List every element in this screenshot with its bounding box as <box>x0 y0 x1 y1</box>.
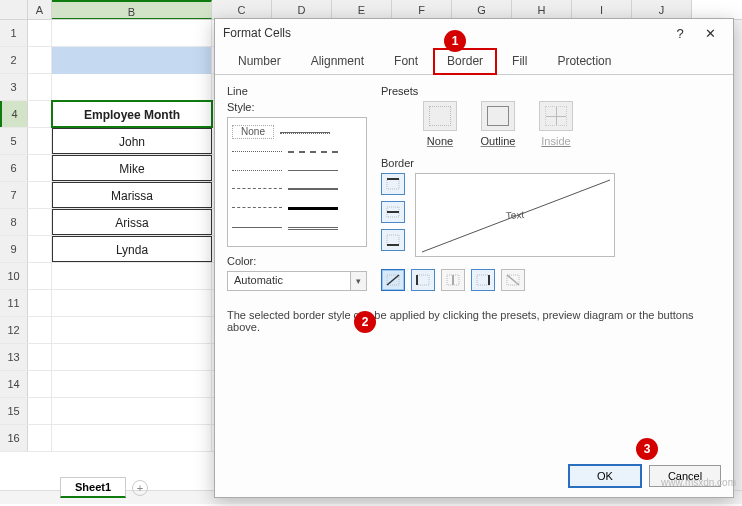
cell-B2[interactable] <box>52 47 212 74</box>
cell-B12[interactable] <box>52 317 212 343</box>
new-sheet-button[interactable]: + <box>132 480 148 496</box>
close-button[interactable]: ✕ <box>695 26 725 41</box>
cell-B15[interactable] <box>52 398 212 424</box>
color-dropdown[interactable]: Automatic ▾ <box>227 271 367 291</box>
border-diagonal-down-button[interactable] <box>501 269 525 291</box>
help-button[interactable]: ? <box>665 26 695 41</box>
row-3[interactable]: 3 <box>0 74 28 100</box>
row-7[interactable]: 7 <box>0 182 28 208</box>
style-hair[interactable] <box>280 132 330 134</box>
cell-A9[interactable] <box>28 236 52 262</box>
style-dotted[interactable] <box>232 151 282 152</box>
border-middle-h-button[interactable] <box>381 201 405 223</box>
style-thin2[interactable] <box>232 227 282 228</box>
border-left-button[interactable] <box>411 269 435 291</box>
preset-outline[interactable]: Outline <box>473 101 523 147</box>
callout-1: 1 <box>444 30 466 52</box>
cell-A3[interactable] <box>28 74 52 100</box>
tab-number[interactable]: Number <box>223 47 296 74</box>
tab-sheet1[interactable]: Sheet1 <box>60 477 126 498</box>
select-all-corner[interactable] <box>0 0 28 19</box>
cell-B4[interactable]: Employee Month <box>52 101 212 127</box>
style-dashed2[interactable] <box>232 207 282 208</box>
col-A[interactable]: A <box>28 0 52 19</box>
cell-A5[interactable] <box>28 128 52 154</box>
col-I[interactable]: I <box>572 0 632 19</box>
cell-A16[interactable] <box>28 425 52 451</box>
sheet-tabs: Sheet1 + <box>60 477 148 498</box>
preset-inside[interactable]: Inside <box>531 101 581 147</box>
tab-border[interactable]: Border <box>433 48 497 75</box>
col-C[interactable]: C <box>212 0 272 19</box>
cell-B14[interactable] <box>52 371 212 397</box>
row-5[interactable]: 5 <box>0 128 28 154</box>
row-14[interactable]: 14 <box>0 371 28 397</box>
cell-B5[interactable]: John <box>52 128 212 154</box>
style-thick[interactable] <box>288 207 338 210</box>
cell-A15[interactable] <box>28 398 52 424</box>
cell-A11[interactable] <box>28 290 52 316</box>
cell-B9[interactable]: Lynda <box>52 236 212 262</box>
tab-font[interactable]: Font <box>379 47 433 74</box>
col-J[interactable]: J <box>632 0 692 19</box>
cell-A12[interactable] <box>28 317 52 343</box>
cell-B7[interactable]: Marissa <box>52 182 212 208</box>
tab-protection[interactable]: Protection <box>542 47 626 74</box>
row-9[interactable]: 9 <box>0 236 28 262</box>
cell-B13[interactable] <box>52 344 212 370</box>
border-preview[interactable]: Text <box>415 173 615 257</box>
cell-A14[interactable] <box>28 371 52 397</box>
row-6[interactable]: 6 <box>0 155 28 181</box>
row-11[interactable]: 11 <box>0 290 28 316</box>
cell-A1[interactable] <box>28 20 52 46</box>
row-8[interactable]: 8 <box>0 209 28 235</box>
cell-B3[interactable] <box>52 74 212 100</box>
border-middle-v-button[interactable] <box>441 269 465 291</box>
row-4[interactable]: 4 <box>0 101 28 127</box>
border-top-button[interactable] <box>381 173 405 195</box>
border-right-button[interactable] <box>471 269 495 291</box>
preset-none[interactable]: None <box>415 101 465 147</box>
style-none[interactable]: None <box>232 125 274 139</box>
row-16[interactable]: 16 <box>0 425 28 451</box>
cell-A6[interactable] <box>28 155 52 181</box>
cell-A10[interactable] <box>28 263 52 289</box>
cell-B11[interactable] <box>52 290 212 316</box>
cell-A4[interactable] <box>28 101 52 127</box>
style-medium[interactable] <box>288 188 338 190</box>
row-2[interactable]: 2 <box>0 47 28 73</box>
col-E[interactable]: E <box>332 0 392 19</box>
cell-B16[interactable] <box>52 425 212 451</box>
row-12[interactable]: 12 <box>0 317 28 343</box>
col-G[interactable]: G <box>452 0 512 19</box>
tab-alignment[interactable]: Alignment <box>296 47 379 74</box>
style-double[interactable] <box>288 227 338 230</box>
line-style-list[interactable]: None <box>227 117 367 247</box>
cell-B6[interactable]: Mike <box>52 155 212 181</box>
dialog-title: Format Cells <box>223 26 291 40</box>
col-H[interactable]: H <box>512 0 572 19</box>
style-thin[interactable] <box>288 170 338 171</box>
cell-A8[interactable] <box>28 209 52 235</box>
style-md-dash[interactable] <box>288 151 338 153</box>
border-bottom-button[interactable] <box>381 229 405 251</box>
col-F[interactable]: F <box>392 0 452 19</box>
cell-A2[interactable] <box>28 47 52 73</box>
cell-A13[interactable] <box>28 344 52 370</box>
style-dashed[interactable] <box>232 188 282 189</box>
col-D[interactable]: D <box>272 0 332 19</box>
cell-A7[interactable] <box>28 182 52 208</box>
row-15[interactable]: 15 <box>0 398 28 424</box>
style-dotted2[interactable] <box>232 170 282 171</box>
tab-fill[interactable]: Fill <box>497 47 542 74</box>
ok-button[interactable]: OK <box>569 465 641 487</box>
chevron-down-icon[interactable]: ▾ <box>350 272 366 290</box>
row-1[interactable]: 1 <box>0 20 28 46</box>
row-10[interactable]: 10 <box>0 263 28 289</box>
cell-B1[interactable] <box>52 20 212 46</box>
row-13[interactable]: 13 <box>0 344 28 370</box>
cell-B10[interactable] <box>52 263 212 289</box>
cell-B8[interactable]: Arissa <box>52 209 212 235</box>
col-B[interactable]: B <box>52 0 212 19</box>
border-diagonal-up-button[interactable] <box>381 269 405 291</box>
